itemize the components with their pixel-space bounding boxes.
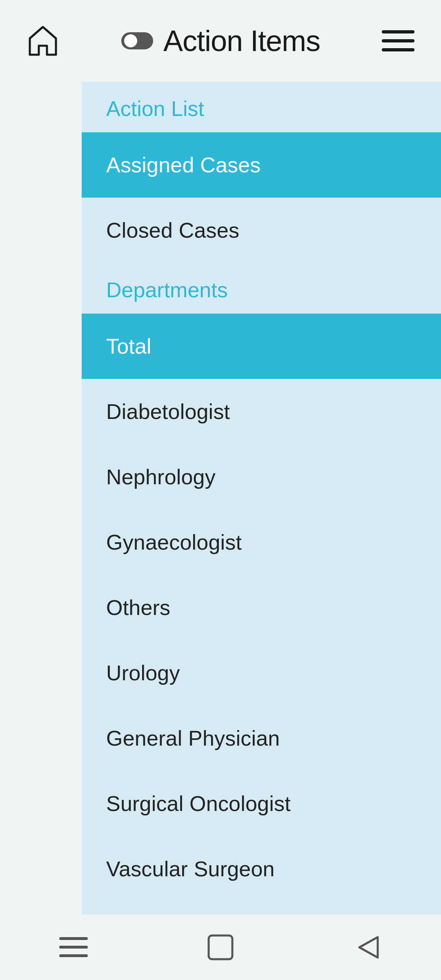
nav-home-button[interactable] [180, 927, 261, 968]
svg-rect-5 [59, 937, 88, 940]
toggle-icon[interactable] [121, 32, 154, 50]
header: Action Items [0, 0, 441, 82]
sidebar-item-diabetologist[interactable]: Diabetologist [82, 379, 441, 444]
svg-marker-9 [359, 937, 378, 958]
menu-button[interactable] [380, 22, 416, 59]
sidebar-item-general-physician[interactable]: General Physician [82, 706, 441, 771]
sidebar-item-medical-oncology[interactable]: Medical Oncology [82, 902, 441, 915]
sidebar-item-total[interactable]: Total [82, 314, 441, 379]
svg-rect-7 [59, 954, 88, 957]
sidebar-item-nephrology[interactable]: Nephrology [82, 444, 441, 510]
sidebar-drawer: Action List Assigned Cases Closed Cases … [82, 82, 441, 915]
page-title: Action Items [163, 24, 320, 58]
sidebar-item-urology[interactable]: Urology [82, 640, 441, 706]
bottom-nav-bar [0, 915, 441, 980]
sidebar-item-assigned-cases[interactable]: Assigned Cases [82, 132, 441, 198]
sidebar-item-gynaecologist[interactable]: Gynaecologist [82, 510, 441, 575]
svg-rect-6 [59, 946, 88, 949]
sidebar-item-others[interactable]: Others [82, 575, 441, 640]
svg-rect-4 [382, 48, 414, 51]
sidebar-item-vascular-surgeon[interactable]: Vascular Surgeon [82, 836, 441, 902]
svg-rect-2 [382, 30, 414, 33]
nav-hamburger-button[interactable] [33, 927, 114, 968]
header-title-group: Action Items [121, 24, 320, 58]
home-icon[interactable] [24, 22, 61, 59]
nav-back-button[interactable] [327, 927, 408, 968]
svg-point-1 [124, 34, 137, 47]
svg-rect-3 [382, 39, 414, 42]
sidebar-item-surgical-oncologist[interactable]: Surgical Oncologist [82, 771, 441, 836]
svg-rect-8 [209, 935, 232, 959]
departments-section-label: Departments [82, 263, 441, 314]
sidebar-item-closed-cases[interactable]: Closed Cases [82, 198, 441, 263]
action-list-section-label: Action List [82, 82, 441, 132]
